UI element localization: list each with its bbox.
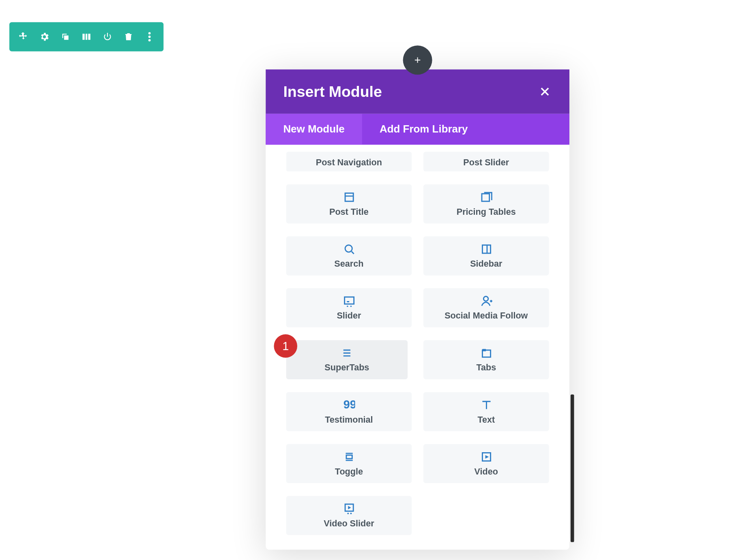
module-item-slider[interactable]: Slider bbox=[286, 288, 412, 327]
text-icon bbox=[480, 399, 492, 411]
module-item-tabs[interactable]: Tabs bbox=[423, 340, 549, 379]
module-item-pricing-tables[interactable]: Pricing Tables bbox=[423, 184, 549, 223]
module-item-testimonial[interactable]: Testimonial bbox=[286, 392, 412, 431]
scrollbar[interactable] bbox=[571, 394, 574, 542]
add-module-button[interactable] bbox=[403, 45, 432, 75]
slider-icon bbox=[343, 295, 355, 307]
toggle-icon bbox=[343, 451, 355, 463]
module-item-label: Toggle bbox=[335, 466, 363, 476]
search-icon bbox=[343, 243, 355, 255]
module-item-post-navigation[interactable]: Post Navigation bbox=[286, 152, 412, 171]
tab-new-module[interactable]: New Module bbox=[266, 114, 362, 145]
play-slider-icon bbox=[343, 503, 355, 515]
module-item-label: Post Slider bbox=[463, 157, 509, 167]
modal-body: Post NavigationPost SliderPost TitlePric… bbox=[266, 145, 569, 549]
modal-tabs: New Module Add From Library bbox=[266, 114, 569, 145]
module-item-label: SuperTabs bbox=[324, 362, 369, 372]
module-item-label: Video bbox=[474, 466, 498, 476]
module-item-label: Testimonial bbox=[325, 414, 373, 424]
module-item-text[interactable]: Text bbox=[423, 392, 549, 431]
row-toolbar bbox=[9, 22, 163, 51]
module-item-label: Video Slider bbox=[324, 518, 374, 528]
insert-module-modal: Insert Module New Module Add From Librar… bbox=[266, 69, 569, 549]
module-item-label: Sidebar bbox=[470, 259, 502, 268]
module-item-label: Tabs bbox=[476, 362, 496, 372]
module-item-label: Slider bbox=[337, 310, 361, 320]
module-item-social-media-follow[interactable]: Social Media Follow bbox=[423, 288, 549, 327]
stack-icon bbox=[480, 191, 492, 203]
tab-icon bbox=[480, 347, 492, 359]
module-item-post-slider[interactable]: Post Slider bbox=[423, 152, 549, 171]
quote-icon bbox=[343, 399, 355, 411]
trash-icon[interactable] bbox=[118, 23, 139, 51]
power-icon[interactable] bbox=[97, 23, 118, 51]
module-item-video-slider[interactable]: Video Slider bbox=[286, 496, 412, 535]
module-item-label: Pricing Tables bbox=[457, 207, 516, 216]
module-item-post-title[interactable]: Post Title bbox=[286, 184, 412, 223]
window-icon bbox=[343, 191, 355, 203]
play-icon bbox=[480, 451, 492, 463]
columns-icon[interactable] bbox=[76, 23, 97, 51]
module-item-label: Post Navigation bbox=[316, 157, 382, 167]
duplicate-icon[interactable] bbox=[55, 23, 76, 51]
module-item-sidebar[interactable]: Sidebar bbox=[423, 236, 549, 275]
more-icon[interactable] bbox=[139, 23, 160, 51]
svg-point-0 bbox=[148, 32, 151, 34]
module-item-label: Post Title bbox=[329, 207, 369, 216]
tab-add-from-library[interactable]: Add From Library bbox=[362, 114, 485, 145]
gear-icon[interactable] bbox=[34, 23, 55, 51]
svg-point-1 bbox=[148, 36, 151, 38]
module-item-supertabs[interactable]: SuperTabs bbox=[286, 340, 408, 379]
move-icon[interactable] bbox=[13, 23, 34, 51]
module-item-label: Social Media Follow bbox=[444, 310, 528, 320]
person-plus-icon bbox=[480, 295, 492, 307]
callout-number: 1 bbox=[282, 339, 289, 353]
module-item-toggle[interactable]: Toggle bbox=[286, 444, 412, 483]
svg-point-2 bbox=[148, 39, 151, 41]
modal-title: Insert Module bbox=[283, 83, 382, 101]
lines-icon bbox=[341, 347, 353, 359]
module-item-label: Text bbox=[477, 414, 495, 424]
callout-badge-1: 1 bbox=[274, 334, 297, 358]
module-item-label: Search bbox=[334, 259, 363, 268]
sidebar-icon bbox=[480, 243, 492, 255]
module-item-search[interactable]: Search bbox=[286, 236, 412, 275]
modal-header: Insert Module bbox=[266, 69, 569, 113]
close-icon[interactable] bbox=[538, 85, 552, 99]
module-item-video[interactable]: Video bbox=[423, 444, 549, 483]
